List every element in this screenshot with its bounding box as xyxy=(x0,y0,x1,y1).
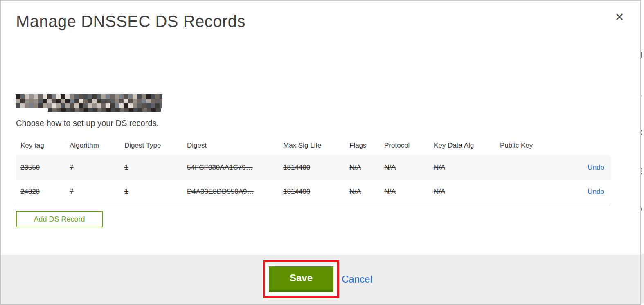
protocol-cell: N/A xyxy=(384,188,434,196)
header-public-key: Public Key xyxy=(500,141,557,150)
header-algorithm: Algorithm xyxy=(70,141,124,150)
flags-cell: N/A xyxy=(349,164,384,172)
max-sig-life-cell: 1814400 xyxy=(283,164,349,172)
digest-type-cell: 1 xyxy=(124,164,187,172)
background-footer-sliver xyxy=(641,254,644,303)
table-header-row: Key tag Algorithm Digest Type Digest Max… xyxy=(16,136,611,155)
header-flags: Flags xyxy=(349,141,384,150)
background-text-fragment: P xyxy=(641,206,642,215)
subtitle-text: Choose how to set up your DS records. xyxy=(16,119,159,128)
key-tag-cell: 24828 xyxy=(20,188,70,196)
background-text-fragment: L xyxy=(641,89,642,99)
header-max-sig-life: Max Sig Life xyxy=(283,141,349,150)
save-highlight-annotation: Save xyxy=(263,260,339,298)
digest-cell: 54FCF030AA1C79… xyxy=(187,164,283,172)
header-digest: Digest xyxy=(187,141,283,150)
close-icon[interactable]: ✕ xyxy=(611,9,628,25)
digest-type-cell: 1 xyxy=(124,188,187,196)
ds-records-table: Key tag Algorithm Digest Type Digest Max… xyxy=(16,136,611,204)
background-text-fragment: C xyxy=(641,128,642,137)
manage-dnssec-modal: Manage DNSSEC DS Records ✕ Choose how to… xyxy=(0,0,641,305)
table-row: 24828 7 1 D4A33E8DD550A9… 1814400 N/A N/… xyxy=(16,180,611,204)
header-key-data-alg: Key Data Alg xyxy=(434,141,500,150)
background-text-fragment: E xyxy=(641,167,642,176)
page-title: Manage DNSSEC DS Records xyxy=(16,12,245,31)
protocol-cell: N/A xyxy=(384,164,434,172)
header-protocol: Protocol xyxy=(384,141,434,150)
key-tag-cell: 23550 xyxy=(20,164,70,172)
screenshot-root: Manage DNSSEC DS Records ✕ Choose how to… xyxy=(0,0,644,305)
algorithm-cell: 7 xyxy=(70,188,124,196)
header-key-tag: Key tag xyxy=(20,141,70,150)
background-text-fragment: N xyxy=(641,50,642,60)
algorithm-cell: 7 xyxy=(70,164,124,172)
save-button[interactable]: Save xyxy=(269,266,333,292)
header-digest-type: Digest Type xyxy=(124,141,187,150)
key-data-alg-cell: N/A xyxy=(434,188,500,196)
table-row: 23550 7 1 54FCF030AA1C79… 1814400 N/A N/… xyxy=(16,155,611,180)
digest-cell: D4A33E8DD550A9… xyxy=(187,188,283,196)
undo-link[interactable]: Undo xyxy=(588,188,604,196)
add-ds-record-button[interactable]: Add DS Record xyxy=(16,211,103,227)
redacted-domain xyxy=(16,94,162,108)
cancel-link[interactable]: Cancel xyxy=(342,260,372,298)
flags-cell: N/A xyxy=(349,188,384,196)
modal-footer: Save Cancel xyxy=(1,255,640,304)
background-page-sliver: soNoLoCoEoPo xyxy=(641,0,644,305)
undo-link[interactable]: Undo xyxy=(588,164,604,172)
redacted-domain-underline xyxy=(48,108,161,112)
max-sig-life-cell: 1814400 xyxy=(283,188,349,196)
key-data-alg-cell: N/A xyxy=(434,164,500,172)
